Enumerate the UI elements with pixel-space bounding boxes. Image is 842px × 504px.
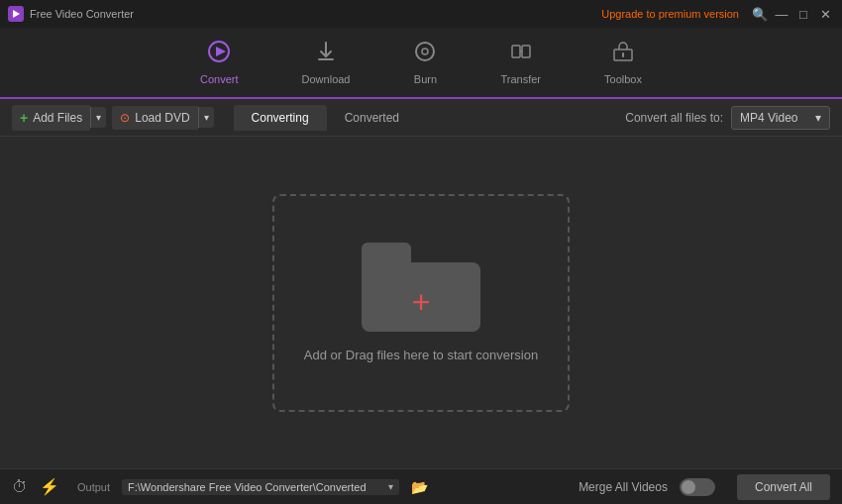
dvd-icon: ⊙ bbox=[120, 111, 130, 125]
tab-bar: Converting Converted bbox=[234, 105, 417, 131]
format-value: MP4 Video bbox=[740, 111, 797, 125]
upgrade-link[interactable]: Upgrade to premium version bbox=[601, 8, 739, 20]
transfer-icon bbox=[509, 40, 533, 69]
converting-tab[interactable]: Converting bbox=[234, 105, 327, 131]
output-path-wrapper: F:\Wondershare Free Video Converter\Conv… bbox=[122, 479, 399, 495]
nav-convert-label: Convert bbox=[200, 73, 239, 85]
clock-icon[interactable]: ⏱ bbox=[12, 478, 28, 496]
format-dropdown-arrow: ▾ bbox=[815, 111, 821, 125]
load-dvd-dropdown[interactable]: ▾ bbox=[198, 107, 214, 128]
search-button[interactable]: 🔍 bbox=[751, 5, 769, 23]
svg-point-3 bbox=[416, 43, 434, 60]
load-dvd-label: Load DVD bbox=[135, 111, 189, 125]
close-button[interactable]: ✕ bbox=[816, 5, 834, 23]
load-dvd-group: ⊙ Load DVD ▾ bbox=[112, 106, 213, 130]
drop-zone-text: Add or Drag files here to start conversi… bbox=[304, 348, 538, 362]
convert-icon bbox=[207, 40, 231, 69]
merge-label: Merge All Videos bbox=[579, 480, 668, 494]
download-icon bbox=[314, 40, 338, 69]
drop-zone[interactable]: + Add or Drag files here to start conver… bbox=[272, 194, 570, 412]
svg-rect-6 bbox=[522, 46, 530, 57]
nav-burn-label: Burn bbox=[414, 73, 437, 85]
folder-tab bbox=[362, 243, 411, 264]
toolbar: + Add Files ▾ ⊙ Load DVD ▾ Converting Co… bbox=[0, 99, 842, 137]
format-label: Convert all files to: bbox=[625, 111, 723, 125]
folder-plus-icon: + bbox=[412, 286, 431, 318]
nav-transfer[interactable]: Transfer bbox=[488, 32, 553, 93]
add-files-label: Add Files bbox=[33, 111, 82, 125]
svg-marker-0 bbox=[13, 10, 20, 18]
format-selector: Convert all files to: MP4 Video ▾ bbox=[625, 106, 830, 130]
nav-transfer-label: Transfer bbox=[500, 73, 541, 85]
folder-icon: + bbox=[362, 243, 480, 332]
maximize-button[interactable]: □ bbox=[794, 5, 812, 23]
lightning-icon[interactable]: ⚡ bbox=[40, 477, 59, 496]
merge-toggle[interactable] bbox=[680, 478, 715, 496]
toolbox-icon bbox=[611, 40, 635, 69]
nav-download-label: Download bbox=[302, 73, 351, 85]
burn-icon bbox=[413, 40, 437, 69]
svg-rect-5 bbox=[512, 46, 520, 57]
nav-toolbox-label: Toolbox bbox=[604, 73, 642, 85]
app-icon bbox=[8, 6, 24, 22]
title-bar: Free Video Converter Upgrade to premium … bbox=[0, 0, 842, 28]
nav-download[interactable]: Download bbox=[290, 32, 363, 93]
nav-burn[interactable]: Burn bbox=[401, 32, 449, 93]
converted-tab[interactable]: Converted bbox=[327, 105, 417, 131]
svg-marker-2 bbox=[216, 47, 226, 56]
status-bar: ⏱ ⚡ Output F:\Wondershare Free Video Con… bbox=[0, 468, 842, 504]
load-dvd-button[interactable]: ⊙ Load DVD bbox=[112, 106, 197, 130]
convert-all-button[interactable]: Convert All bbox=[737, 474, 830, 500]
folder-body: + bbox=[362, 262, 480, 332]
add-files-button[interactable]: + Add Files bbox=[12, 105, 90, 131]
output-dropdown-arrow[interactable]: ▾ bbox=[388, 481, 393, 492]
add-files-dropdown[interactable]: ▾ bbox=[90, 107, 106, 128]
svg-point-4 bbox=[422, 49, 428, 54]
title-bar-right: Upgrade to premium version 🔍 — □ ✕ bbox=[601, 5, 834, 23]
open-folder-icon[interactable]: 📂 bbox=[411, 479, 428, 495]
title-bar-left: Free Video Converter bbox=[8, 6, 134, 22]
plus-icon: + bbox=[20, 110, 28, 126]
output-path: F:\Wondershare Free Video Converter\Conv… bbox=[128, 481, 382, 493]
add-files-group: + Add Files ▾ bbox=[12, 105, 106, 131]
nav-toolbox[interactable]: Toolbox bbox=[592, 32, 654, 93]
nav-convert[interactable]: Convert bbox=[188, 32, 251, 93]
main-content: + Add or Drag files here to start conver… bbox=[0, 137, 842, 468]
nav-bar: Convert Download Burn Transfer bbox=[0, 28, 842, 99]
output-label: Output bbox=[77, 481, 110, 493]
minimize-button[interactable]: — bbox=[773, 5, 790, 23]
app-title: Free Video Converter bbox=[30, 8, 134, 20]
format-dropdown[interactable]: MP4 Video ▾ bbox=[731, 106, 830, 130]
